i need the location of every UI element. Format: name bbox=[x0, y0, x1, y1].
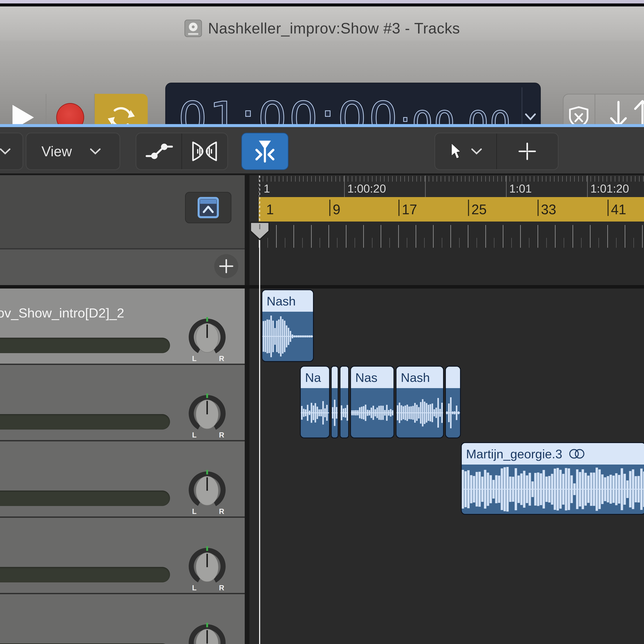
pan-knob[interactable]: L R bbox=[187, 620, 228, 644]
ruler-minor-tick bbox=[473, 176, 474, 182]
ruler-timecode-label: 1:01:20 bbox=[590, 182, 629, 195]
volume-slider[interactable] bbox=[0, 567, 170, 582]
bar-ruler-line bbox=[520, 225, 521, 248]
ruler-minor-tick bbox=[416, 176, 417, 182]
catch-playhead-button[interactable] bbox=[241, 133, 289, 170]
audio-region[interactable]: Nash bbox=[261, 289, 314, 362]
pointer-tool-menu[interactable] bbox=[435, 133, 497, 169]
region-waveform-area bbox=[446, 388, 460, 437]
playhead-line[interactable] bbox=[259, 222, 260, 644]
bar-ruler-subtick bbox=[494, 238, 494, 248]
audio-region[interactable] bbox=[340, 366, 349, 438]
ruler-minor-tick bbox=[530, 176, 530, 182]
pan-knob[interactable]: L R bbox=[187, 390, 228, 439]
ruler-minor-tick bbox=[259, 176, 259, 182]
project-document-icon bbox=[184, 19, 202, 38]
bar-ruler-subtick bbox=[564, 238, 564, 248]
bar-ruler-line bbox=[416, 225, 416, 248]
pan-knob[interactable]: L R bbox=[187, 467, 228, 516]
ruler-minor-tick bbox=[267, 176, 267, 182]
panel-chevron-up-icon bbox=[197, 196, 219, 219]
bar-ruler-line bbox=[485, 225, 486, 248]
crosshair-tool-menu[interactable] bbox=[497, 133, 558, 169]
ruler-minor-tick bbox=[518, 176, 518, 182]
region-waveform-area bbox=[301, 388, 329, 437]
ruler-minor-tick bbox=[372, 176, 372, 182]
ruler-minor-tick bbox=[586, 176, 587, 182]
audio-region[interactable] bbox=[331, 366, 339, 438]
ruler-minor-tick bbox=[615, 176, 615, 182]
volume-slider[interactable] bbox=[0, 338, 170, 353]
pan-knob[interactable]: L R bbox=[187, 314, 228, 363]
ruler-timecode-label: 1:01 bbox=[509, 182, 532, 195]
plus-icon bbox=[217, 257, 235, 275]
audio-region[interactable]: Nash bbox=[396, 366, 444, 438]
bar-ruler-line bbox=[468, 225, 468, 248]
pan-label-right: R bbox=[219, 431, 224, 439]
ruler-minor-tick bbox=[356, 176, 356, 182]
group-divider bbox=[181, 134, 182, 169]
region-waveform-area bbox=[340, 388, 348, 437]
ruler-minor-tick bbox=[360, 176, 360, 182]
titlebar[interactable]: Nashkeller_improv:Show #3 - Tracks bbox=[0, 6, 644, 41]
chevron-down-icon bbox=[89, 147, 102, 155]
audio-region[interactable]: Na bbox=[300, 366, 330, 438]
ruler-minor-tick bbox=[598, 176, 599, 182]
view-menu-button[interactable]: View bbox=[26, 133, 120, 170]
ruler-minor-tick bbox=[510, 176, 510, 182]
column-divider bbox=[245, 175, 249, 644]
bar-ruler-line bbox=[538, 225, 538, 248]
ruler-minor-tick bbox=[433, 176, 433, 182]
pan-knob[interactable]: L R bbox=[187, 543, 228, 592]
track-header[interactable]: ov_Show_intro[D2]_2 L R bbox=[0, 289, 245, 364]
region-header: Na bbox=[301, 367, 329, 388]
bar-ruler-strip[interactable] bbox=[249, 222, 644, 285]
track-header[interactable]: L R bbox=[0, 594, 245, 644]
automation-button[interactable] bbox=[136, 133, 182, 169]
volume-slider[interactable] bbox=[0, 414, 170, 430]
ruler-minor-tick bbox=[291, 176, 292, 182]
bar-ruler-line bbox=[311, 225, 312, 248]
track-header[interactable]: L R bbox=[0, 518, 245, 593]
flex-button[interactable] bbox=[182, 133, 227, 169]
ruler-minor-tick bbox=[311, 176, 312, 182]
local-menu-button[interactable] bbox=[0, 133, 23, 170]
catch-playhead-icon bbox=[251, 137, 279, 165]
volume-slider[interactable] bbox=[0, 491, 170, 506]
track-alternatives-button[interactable] bbox=[185, 192, 231, 223]
region-waveform-area bbox=[462, 465, 644, 514]
playhead-handle[interactable] bbox=[249, 222, 270, 241]
waveform bbox=[396, 388, 443, 437]
ruler-minor-tick bbox=[336, 176, 336, 182]
ruler-major-tick bbox=[506, 176, 507, 197]
ruler-minor-tick bbox=[408, 176, 409, 182]
add-track-button[interactable] bbox=[214, 254, 238, 278]
audio-region[interactable] bbox=[445, 366, 461, 438]
playhead-ruler-dash bbox=[259, 176, 260, 222]
bar-ruler-line bbox=[573, 225, 573, 248]
ruler-timecode-label: 1 bbox=[264, 182, 270, 195]
cycle-region-band[interactable] bbox=[259, 197, 644, 222]
track-header[interactable]: L R bbox=[0, 365, 245, 440]
ruler-minor-tick bbox=[570, 176, 571, 182]
audio-region[interactable]: Nas bbox=[350, 366, 394, 438]
lcd-chevron-down-icon[interactable] bbox=[524, 111, 537, 122]
bar-ruler-subtick bbox=[529, 238, 529, 248]
bar-ruler-line bbox=[346, 225, 346, 248]
ruler-minor-tick bbox=[526, 176, 526, 182]
ruler-minor-tick bbox=[388, 176, 389, 182]
ruler-minor-tick bbox=[522, 176, 522, 182]
ruler-minor-tick bbox=[501, 176, 502, 182]
track-header[interactable]: L R bbox=[0, 441, 245, 516]
ruler-minor-tick bbox=[324, 176, 324, 182]
region-header bbox=[340, 367, 348, 388]
cycle-bar-tick bbox=[468, 200, 469, 216]
bar-ruler-subtick bbox=[372, 238, 372, 248]
ruler-minor-tick bbox=[364, 176, 364, 182]
ruler-minor-tick bbox=[421, 176, 421, 182]
audio-region[interactable]: Martijn_georgie.3 bbox=[461, 442, 644, 515]
ruler-minor-tick bbox=[437, 176, 437, 182]
ruler-minor-tick bbox=[368, 176, 368, 182]
ruler-minor-tick bbox=[631, 176, 631, 182]
waveform bbox=[332, 388, 338, 437]
